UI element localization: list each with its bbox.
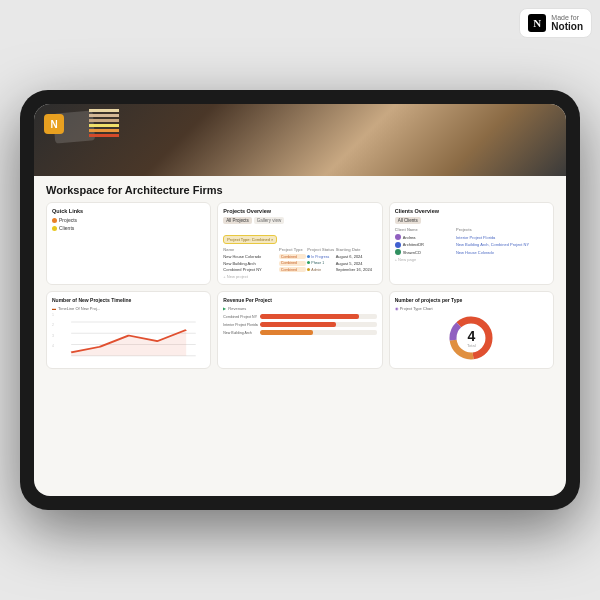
- bar-label-1: Interior Project Florida: [223, 323, 258, 327]
- revenue-chart-panel: Revenue Per Project ▶ Revenues Combined …: [217, 291, 382, 369]
- tablet-frame: N Workspace for Architecture Firms Quick…: [20, 90, 580, 510]
- charts-grid: Number of New Projects Timeline ▬ TimeLi…: [46, 291, 554, 369]
- filter-badge[interactable]: Project Type: Combined ×: [223, 235, 277, 244]
- projects-title: Projects Overview: [223, 208, 376, 214]
- bar-fill-1: [260, 322, 336, 327]
- donut-container: 4 Total: [395, 313, 548, 363]
- donut-chart-subtitle: ◉ Project Type Chart: [395, 306, 548, 311]
- proj-type-1: Combined: [279, 261, 306, 266]
- notion-icon: N: [528, 14, 546, 32]
- clients-table-header: Client Name Projects: [395, 227, 548, 232]
- client-name-1: ArchitectDR: [395, 242, 456, 248]
- bar-row-0: Combined Project NY: [223, 314, 376, 319]
- made-for-label: Made for: [551, 14, 583, 21]
- clients-label: Clients: [59, 225, 74, 231]
- col-client-projects: Projects: [456, 227, 548, 232]
- timeline-chart-area: 4 3 2 1: [52, 313, 205, 358]
- bar-fill-0: [260, 314, 359, 319]
- svg-marker-4: [71, 330, 186, 356]
- client-avatar-2: [395, 249, 401, 255]
- bar-row-1: Interior Project Florida: [223, 322, 376, 327]
- bar-track-2: [260, 330, 376, 335]
- proj-name-1: New Building Arch: [223, 261, 278, 266]
- client-proj-0: Interior Project Florida: [456, 235, 548, 240]
- col-date: Starting Date: [336, 247, 377, 252]
- col-type: Project Type: [279, 247, 306, 252]
- bar-track-1: [260, 322, 376, 327]
- proj-status-0: In Progress: [307, 255, 334, 259]
- tab-all-clients[interactable]: All Clients: [395, 217, 421, 224]
- proj-name-0: New House Colorado: [223, 254, 278, 259]
- y-axis: 4 3 2 1: [52, 313, 54, 348]
- proj-type-2: Combined: [279, 267, 306, 272]
- notion-logo-badge: N: [44, 114, 64, 134]
- table-row[interactable]: New House Colorado Combined In Progress …: [223, 254, 376, 259]
- projects-dot: [52, 218, 57, 223]
- client-row[interactable]: ArchitectDR New Building Arch, Combined …: [395, 242, 548, 248]
- add-client-button[interactable]: + New page: [395, 257, 548, 262]
- client-avatar-0: [395, 234, 401, 240]
- quick-links-clients[interactable]: Clients: [52, 225, 205, 231]
- header-photo: N: [34, 104, 566, 176]
- timeline-chart-panel: Number of New Projects Timeline ▬ TimeLi…: [46, 291, 211, 369]
- donut-chart-title: Number of projects per Type: [395, 297, 548, 303]
- client-name-0: Andrea: [395, 234, 456, 240]
- quick-links-panel: Quick Links Projects Clients: [46, 202, 211, 285]
- clients-view-tabs: All Clients: [395, 217, 548, 224]
- notion-badge-text: Made for Notion: [551, 14, 583, 32]
- projects-panel: Projects Overview All Projects Gallery v…: [217, 202, 382, 285]
- timeline-chart-title: Number of New Projects Timeline: [52, 297, 205, 303]
- col-name: Name: [223, 247, 278, 252]
- bar-fill-2: [260, 330, 312, 335]
- notion-label: Notion: [551, 21, 583, 32]
- bar-label-0: Combined Project NY: [223, 315, 258, 319]
- table-row[interactable]: New Building Arch Combined Phase 1 Augus…: [223, 261, 376, 266]
- revenue-chart-title: Revenue Per Project: [223, 297, 376, 303]
- projects-table-header: Name Project Type Project Status Startin…: [223, 247, 376, 252]
- proj-date-2: September 16, 2024: [336, 267, 377, 272]
- col-status: Project Status: [307, 247, 334, 252]
- revenue-chart-subtitle: ▶ Revenues: [223, 306, 376, 311]
- proj-status-1: Phase 1: [307, 261, 334, 265]
- client-name-2: ShawnCO: [395, 249, 456, 255]
- client-proj-1: New Building Arch, Combined Project NY: [456, 242, 548, 247]
- bar-label-2: New Building Arch: [223, 331, 258, 335]
- col-client-name: Client Name: [395, 227, 456, 232]
- clients-panel: Clients Overview All Clients Client Name…: [389, 202, 554, 285]
- quick-links-title: Quick Links: [52, 208, 205, 214]
- main-grid: Quick Links Projects Clients Projects Ov…: [46, 202, 554, 285]
- donut-center: 4 Total: [467, 329, 475, 348]
- bar-track-0: [260, 314, 376, 319]
- bar-row-2: New Building Arch: [223, 330, 376, 335]
- client-avatar-1: [395, 242, 401, 248]
- bar-chart-area: Combined Project NY Interior Project Flo…: [223, 314, 376, 335]
- tab-all-projects[interactable]: All Projects: [223, 217, 252, 224]
- timeline-chart-subtitle: ▬ TimeLine Of New Proj...: [52, 306, 205, 311]
- page-title: Workspace for Architecture Firms: [46, 184, 554, 196]
- quick-links-projects[interactable]: Projects: [52, 217, 205, 223]
- content-area: Workspace for Architecture Firms Quick L…: [34, 176, 566, 496]
- tab-gallery-view[interactable]: Gallery view: [254, 217, 285, 224]
- proj-date-1: August 5, 2024: [336, 261, 377, 266]
- proj-date-0: August 6, 2024: [336, 254, 377, 259]
- add-project-button[interactable]: + New project: [223, 274, 376, 279]
- table-row[interactable]: Combined Project NY Combined Admin Septe…: [223, 267, 376, 272]
- clients-dot: [52, 226, 57, 231]
- tablet-screen: N Workspace for Architecture Firms Quick…: [34, 104, 566, 496]
- client-row[interactable]: Andrea Interior Project Florida: [395, 234, 548, 240]
- clients-title: Clients Overview: [395, 208, 548, 214]
- client-row[interactable]: ShawnCO New House Colorado: [395, 249, 548, 255]
- proj-name-2: Combined Project NY: [223, 267, 278, 272]
- client-proj-2: New House Colorado: [456, 250, 548, 255]
- timeline-svg: [52, 313, 205, 358]
- donut-label: Total: [467, 343, 475, 348]
- view-tabs: All Projects Gallery view: [223, 217, 376, 224]
- donut-number: 4: [467, 329, 475, 343]
- notion-badge: N Made for Notion: [519, 8, 592, 38]
- proj-type-0: Combined: [279, 254, 306, 259]
- proj-status-2: Admin: [307, 268, 334, 272]
- projects-label: Projects: [59, 217, 77, 223]
- donut-chart-panel: Number of projects per Type ◉ Project Ty…: [389, 291, 554, 369]
